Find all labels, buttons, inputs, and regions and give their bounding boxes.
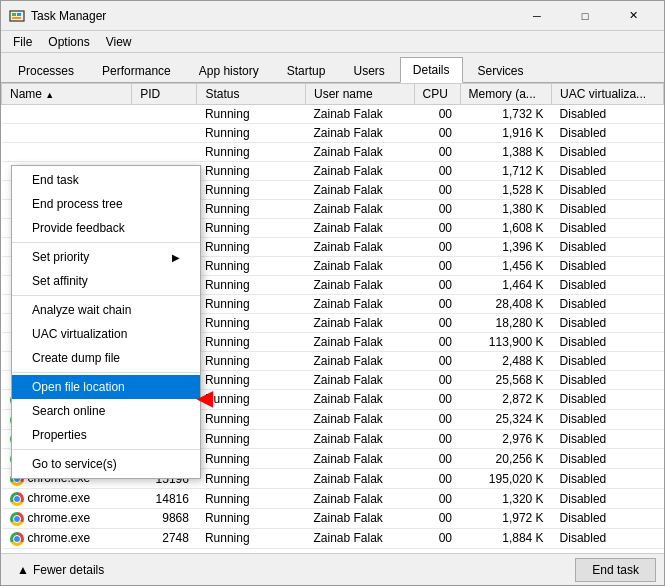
cell-cpu: 00 xyxy=(414,508,460,528)
chrome-icon xyxy=(10,492,24,506)
fewer-details-button[interactable]: ▲ Fewer details xyxy=(9,559,112,581)
svg-rect-2 xyxy=(17,13,21,16)
chevron-right-icon: ▶ xyxy=(172,252,180,263)
col-memory[interactable]: Memory (a... xyxy=(460,84,552,105)
table-row[interactable]: chrome.exe 14816 Running Zainab Falak 00… xyxy=(2,489,664,509)
cell-status: Running xyxy=(197,238,306,257)
ctx-properties[interactable]: Properties xyxy=(12,423,200,447)
cell-memory: 1,464 K xyxy=(460,276,552,295)
cell-memory: 25,324 K xyxy=(460,409,552,429)
cell-memory: 195,020 K xyxy=(460,469,552,489)
table-row[interactable]: chrome.exe 2748 Running Zainab Falak 00 … xyxy=(2,528,664,548)
cell-cpu: 00 xyxy=(414,352,460,371)
col-status[interactable]: Status xyxy=(197,84,306,105)
cell-memory: 2,488 K xyxy=(460,352,552,371)
title-bar: Task Manager ─ □ ✕ xyxy=(1,1,664,31)
cell-user: Zainab Falak xyxy=(305,528,414,548)
cell-uac: Disabled xyxy=(552,219,664,238)
ctx-provide-feedback[interactable]: Provide feedback xyxy=(12,216,200,240)
menu-options[interactable]: Options xyxy=(40,33,97,51)
cell-user: Zainab Falak xyxy=(305,143,414,162)
ctx-open-file-location[interactable]: Open file location xyxy=(12,375,200,399)
tab-processes[interactable]: Processes xyxy=(5,58,87,83)
cell-memory: 28,408 K xyxy=(460,295,552,314)
cell-pid xyxy=(132,143,197,162)
ctx-search-online[interactable]: Search online xyxy=(12,399,200,423)
status-bar: ▲ Fewer details End task xyxy=(1,553,664,585)
tab-app-history[interactable]: App history xyxy=(186,58,272,83)
tabs-bar: Processes Performance App history Startu… xyxy=(1,53,664,83)
ctx-create-dump-file[interactable]: Create dump file xyxy=(12,346,200,370)
cell-status: Running xyxy=(197,124,306,143)
col-uac[interactable]: UAC virtualiza... xyxy=(552,84,664,105)
cell-user: Zainab Falak xyxy=(305,352,414,371)
tab-services[interactable]: Services xyxy=(465,58,537,83)
cell-status: Running xyxy=(197,352,306,371)
table-row[interactable]: chrome.exe 9868 Running Zainab Falak 00 … xyxy=(2,508,664,528)
cell-user: Zainab Falak xyxy=(305,181,414,200)
cell-uac: Disabled xyxy=(552,314,664,333)
cell-uac: Disabled xyxy=(552,371,664,390)
col-pid[interactable]: PID xyxy=(132,84,197,105)
ctx-set-affinity[interactable]: Set affinity xyxy=(12,269,200,293)
close-button[interactable]: ✕ xyxy=(610,1,656,31)
tab-startup[interactable]: Startup xyxy=(274,58,339,83)
cell-memory: 113,900 K xyxy=(460,333,552,352)
cell-pid: 9868 xyxy=(132,508,197,528)
tab-users[interactable]: Users xyxy=(340,58,397,83)
cell-memory: 1,456 K xyxy=(460,257,552,276)
cell-status: Running xyxy=(197,105,306,124)
cell-status: Running xyxy=(197,143,306,162)
cell-uac: Disabled xyxy=(552,352,664,371)
cell-uac: Disabled xyxy=(552,143,664,162)
cell-status: Running xyxy=(197,371,306,390)
cell-uac: Disabled xyxy=(552,105,664,124)
cell-uac: Disabled xyxy=(552,429,664,449)
table-row[interactable]: Running Zainab Falak 00 1,732 K Disabled xyxy=(2,105,664,124)
tab-performance[interactable]: Performance xyxy=(89,58,184,83)
content-area: Name ▲ PID Status User name CPU Memory (… xyxy=(1,83,664,553)
col-username[interactable]: User name xyxy=(305,84,414,105)
cell-memory: 1,528 K xyxy=(460,181,552,200)
cell-cpu: 00 xyxy=(414,219,460,238)
cell-memory: 1,388 K xyxy=(460,143,552,162)
svg-rect-3 xyxy=(12,17,21,19)
cell-uac: Disabled xyxy=(552,181,664,200)
end-task-button[interactable]: End task xyxy=(575,558,656,582)
menu-file[interactable]: File xyxy=(5,33,40,51)
cell-status: Running xyxy=(197,200,306,219)
cell-cpu: 00 xyxy=(414,295,460,314)
menu-bar: File Options View xyxy=(1,31,664,53)
task-manager-window: Task Manager ─ □ ✕ File Options View Pro… xyxy=(0,0,665,586)
table-row[interactable]: Running Zainab Falak 00 1,916 K Disabled xyxy=(2,124,664,143)
ctx-set-priority[interactable]: Set priority ▶ xyxy=(12,245,200,269)
ctx-end-task[interactable]: End task xyxy=(12,168,200,192)
cell-user: Zainab Falak xyxy=(305,409,414,429)
svg-rect-1 xyxy=(12,13,16,16)
cell-name: chrome.exe xyxy=(2,528,132,548)
ctx-uac-virtualization[interactable]: UAC virtualization xyxy=(12,322,200,346)
cell-pid xyxy=(132,105,197,124)
ctx-analyze-wait-chain[interactable]: Analyze wait chain xyxy=(12,298,200,322)
maximize-button[interactable]: □ xyxy=(562,1,608,31)
col-cpu[interactable]: CPU xyxy=(414,84,460,105)
cell-cpu: 00 xyxy=(414,333,460,352)
cell-memory: 2,976 K xyxy=(460,429,552,449)
cell-cpu: 00 xyxy=(414,390,460,410)
minimize-button[interactable]: ─ xyxy=(514,1,560,31)
cell-memory: 1,712 K xyxy=(460,162,552,181)
cell-memory: 25,568 K xyxy=(460,371,552,390)
cell-uac: Disabled xyxy=(552,333,664,352)
arrow-indicator: ◀ xyxy=(197,386,212,410)
ctx-end-process-tree[interactable]: End process tree xyxy=(12,192,200,216)
menu-view[interactable]: View xyxy=(98,33,140,51)
col-name[interactable]: Name ▲ xyxy=(2,84,132,105)
ctx-go-to-services[interactable]: Go to service(s) xyxy=(12,452,200,476)
cell-pid: 2748 xyxy=(132,528,197,548)
cell-status: Running xyxy=(197,219,306,238)
cell-memory: 1,608 K xyxy=(460,219,552,238)
chrome-icon xyxy=(10,512,24,526)
cell-cpu: 00 xyxy=(414,124,460,143)
tab-details[interactable]: Details xyxy=(400,57,463,83)
table-row[interactable]: Running Zainab Falak 00 1,388 K Disabled xyxy=(2,143,664,162)
